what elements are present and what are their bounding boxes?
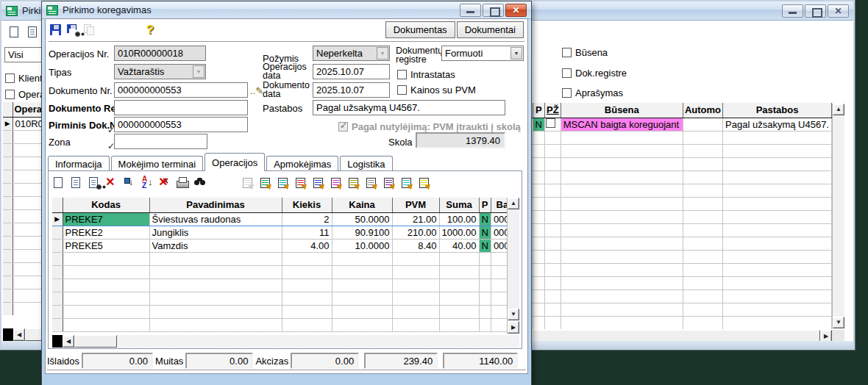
edit-row-icon[interactable] bbox=[69, 176, 84, 190]
notepad-icon-10[interactable] bbox=[400, 176, 414, 190]
scroll-right-button[interactable]: ▶ bbox=[508, 321, 519, 334]
notepad-icon-5[interactable] bbox=[312, 176, 326, 190]
dialog-titlebar[interactable]: Pirkimo koregavimas bbox=[42, 1, 531, 19]
background-right-vscrollbar[interactable]: ▲ ▼ bbox=[832, 104, 844, 328]
scroll-left-button[interactable]: ◀ bbox=[63, 335, 74, 348]
grid-column-pavadinimas[interactable]: Pavadinimas bbox=[149, 198, 282, 212]
kainos-su-pvm-row[interactable]: Kainos su PVM bbox=[397, 84, 476, 96]
dok-registre-checkbox[interactable] bbox=[562, 68, 572, 78]
notepad-icon-6[interactable] bbox=[330, 176, 344, 190]
notepad-icon-2[interactable] bbox=[259, 176, 273, 190]
scroll-up-button[interactable]: ▲ bbox=[508, 198, 519, 209]
grid-cell[interactable]: 2 bbox=[282, 212, 332, 226]
tipas-select[interactable]: Važtaraštis bbox=[114, 64, 206, 79]
pz-cell[interactable] bbox=[545, 118, 561, 131]
dropdown-arrow-icon[interactable] bbox=[193, 65, 204, 78]
copy-icon[interactable] bbox=[82, 23, 97, 37]
notepad-icon-7[interactable] bbox=[347, 176, 361, 190]
grid-hscrollbar[interactable]: ◀ bbox=[52, 335, 519, 348]
tab-2[interactable]: Mokėjimo terminai bbox=[111, 156, 203, 171]
bw-right-column-2[interactable]: P bbox=[533, 103, 544, 118]
grid-row[interactable]: ▶PREKE7Šviestuvas raudonas250.000021.001… bbox=[52, 212, 517, 226]
grid-cell[interactable]: 10.0000 bbox=[332, 239, 392, 252]
grid-column-kaina[interactable]: Kaina bbox=[332, 198, 392, 212]
minimize-button[interactable] bbox=[782, 4, 803, 18]
notepad-icon-9[interactable] bbox=[383, 176, 396, 190]
operacija-checkbox[interactable] bbox=[5, 90, 15, 99]
grid-cell[interactable]: 8.40 bbox=[392, 239, 439, 252]
operacijos-data-input[interactable]: 2025.10.07 bbox=[313, 64, 390, 79]
klientas-checkbox[interactable] bbox=[5, 73, 15, 83]
save-icon[interactable] bbox=[49, 23, 63, 37]
notepad-icon-8[interactable] bbox=[365, 176, 379, 190]
grid-cell[interactable]: N bbox=[479, 212, 491, 226]
dropdown-arrow-icon[interactable] bbox=[511, 47, 522, 60]
notepad-icon-4[interactable] bbox=[294, 176, 308, 190]
grid-cell[interactable]: PREKE7 bbox=[63, 212, 149, 226]
dialog-close-button[interactable] bbox=[505, 4, 527, 17]
checkbox-busena[interactable]: Būsena bbox=[562, 47, 608, 58]
maximize-button[interactable] bbox=[805, 4, 826, 18]
dokumento-nr-input[interactable]: 000000000553 bbox=[114, 82, 248, 98]
scroll-thumb[interactable] bbox=[74, 335, 117, 348]
grid-cell[interactable]: PREKE2 bbox=[63, 226, 149, 239]
grid-vscrollbar[interactable]: ▲ ▼ ▶ bbox=[507, 198, 519, 334]
bw-right-column-3[interactable]: PŽ bbox=[545, 103, 561, 118]
dokumento-data-input[interactable]: 2025.10.07 bbox=[313, 82, 390, 98]
intrastatas-checkbox[interactable] bbox=[397, 70, 407, 79]
scroll-down-button[interactable]: ▼ bbox=[508, 309, 519, 320]
copy-down-icon[interactable] bbox=[122, 176, 137, 190]
grid-cell[interactable]: Šviestuvas raudonas bbox=[149, 212, 282, 226]
close-button[interactable] bbox=[828, 4, 849, 18]
tab-1[interactable]: Informacija bbox=[48, 156, 110, 171]
grid-cell[interactable]: 50.0000 bbox=[332, 212, 392, 226]
pozymis-select[interactable]: Neperkelta bbox=[313, 46, 390, 61]
bw-right-row[interactable]: NMSCAN baigta koreguojant Pagal užsakymą… bbox=[516, 118, 832, 131]
dokumentu-registre-select[interactable]: Formuoti bbox=[441, 46, 524, 61]
checkbox-aprasymas[interactable]: Aprašymas bbox=[562, 87, 623, 98]
grid-cell[interactable]: N bbox=[479, 239, 491, 252]
find-icon[interactable] bbox=[193, 176, 207, 190]
grid-column-suma[interactable]: Suma bbox=[439, 198, 479, 212]
pirminis-dok-nr-input[interactable]: 000000000553 bbox=[114, 117, 248, 132]
grid-cell[interactable]: N bbox=[479, 226, 491, 239]
scroll-down-button[interactable]: ▼ bbox=[833, 317, 844, 328]
dialog-minimize-button[interactable] bbox=[460, 4, 481, 17]
bw-right-column-6[interactable]: Pastabos bbox=[723, 103, 832, 118]
intrastatas-row[interactable]: Intrastatas bbox=[397, 69, 455, 80]
bw-right-column-4[interactable]: Būsena bbox=[561, 103, 683, 118]
operations-grid[interactable]: KodasPavadinimasKiekisKainaPVMSumaPBar▶P… bbox=[52, 198, 518, 332]
grid-cell[interactable]: 100.00 bbox=[439, 212, 479, 226]
delete-row-icon[interactable] bbox=[104, 176, 119, 190]
grid-row[interactable]: PREKE2Jungiklis1190.9100210.001000.00N00… bbox=[52, 226, 517, 239]
dropdown-arrow-icon[interactable] bbox=[377, 47, 388, 60]
grid-cell[interactable]: PREKE5 bbox=[63, 239, 149, 252]
grid-column-kiekis[interactable]: Kiekis bbox=[282, 198, 332, 212]
dokumentas-button[interactable]: Dokumentas bbox=[385, 21, 455, 38]
grid-cell[interactable]: 21.00 bbox=[392, 212, 439, 226]
grid-cell[interactable]: 90.9100 bbox=[332, 226, 392, 239]
new-row-icon[interactable] bbox=[51, 176, 66, 190]
zona-input[interactable] bbox=[114, 134, 207, 149]
dokumento-reg-input[interactable] bbox=[114, 100, 248, 115]
grid-column-p[interactable]: P bbox=[479, 198, 491, 212]
kainos-su-pvm-checkbox[interactable] bbox=[397, 85, 407, 95]
new-document-icon[interactable] bbox=[7, 25, 22, 40]
bw-right-column-5[interactable]: Automo bbox=[683, 103, 722, 118]
help-icon[interactable] bbox=[143, 23, 158, 37]
grid-cell[interactable]: 40.00 bbox=[439, 239, 479, 252]
dialog-maximize-button[interactable] bbox=[483, 4, 504, 17]
pz-checkbox[interactable] bbox=[546, 118, 555, 128]
busena-checkbox[interactable] bbox=[562, 48, 572, 57]
notepad-icon-11[interactable] bbox=[418, 176, 432, 190]
scroll-left-button[interactable]: ◀ bbox=[13, 328, 25, 341]
delete-all-icon[interactable] bbox=[157, 176, 172, 190]
tab-3[interactable]: Operacijos bbox=[204, 153, 265, 171]
notepad-icon-3[interactable] bbox=[277, 176, 291, 190]
pastabos-input[interactable]: Pagal užsakymą U4567. bbox=[313, 100, 505, 115]
aprasymas-checkbox[interactable] bbox=[562, 88, 572, 98]
edit-document-icon[interactable] bbox=[26, 25, 40, 40]
grid-cell[interactable]: Vamzdis bbox=[149, 239, 282, 252]
background-right-table[interactable]: WIPPŽBūsenaAutomoPastabosNMSCAN baigta k… bbox=[516, 103, 832, 329]
grid-column-kodas[interactable]: Kodas bbox=[63, 198, 149, 212]
